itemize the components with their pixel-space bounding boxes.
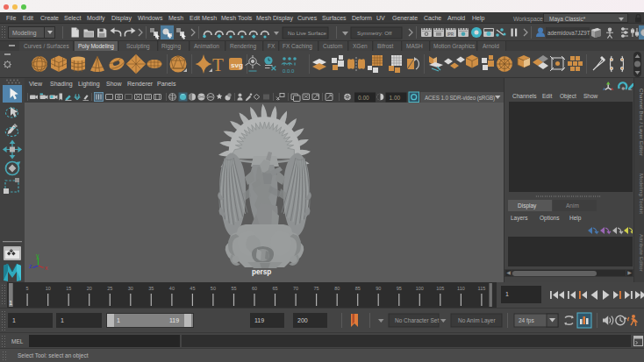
svg-text:1.00: 1.00 bbox=[390, 95, 401, 101]
svg-text:Symmetry: Off: Symmetry: Off bbox=[357, 30, 392, 36]
svg-text:25: 25 bbox=[107, 286, 112, 291]
svg-text:45: 45 bbox=[190, 286, 195, 291]
svg-text:No Anim Layer: No Anim Layer bbox=[458, 317, 496, 324]
svg-text:35: 35 bbox=[148, 286, 154, 291]
svg-text:100: 100 bbox=[416, 286, 424, 291]
svg-text:10: 10 bbox=[46, 286, 51, 291]
svg-text:y: y bbox=[36, 252, 39, 259]
svg-text:svg: svg bbox=[231, 61, 243, 69]
svg-text:95: 95 bbox=[397, 286, 402, 291]
svg-text:65: 65 bbox=[272, 286, 277, 291]
svg-text:0.00: 0.00 bbox=[358, 95, 369, 101]
svg-text:80: 80 bbox=[334, 286, 340, 291]
svg-text:105: 105 bbox=[436, 286, 444, 291]
svg-text:5: 5 bbox=[26, 286, 29, 291]
svg-text:60: 60 bbox=[252, 286, 257, 291]
svg-text:persp: persp bbox=[252, 268, 271, 276]
svg-text:No Character Set: No Character Set bbox=[395, 317, 439, 323]
svg-text:70: 70 bbox=[293, 286, 298, 291]
svg-text:ademidova7JZ9T: ademidova7JZ9T bbox=[547, 30, 590, 36]
svg-text:85: 85 bbox=[355, 286, 361, 291]
svg-text:75: 75 bbox=[314, 286, 319, 291]
svg-text:50: 50 bbox=[211, 286, 216, 291]
svg-text:1: 1 bbox=[10, 300, 13, 306]
svg-text:110: 110 bbox=[457, 286, 465, 291]
svg-text:90: 90 bbox=[376, 286, 381, 291]
svg-text:30: 30 bbox=[128, 286, 133, 291]
svg-text:T: T bbox=[212, 54, 224, 75]
svg-text:ACES 1.0 SDR-video (sRGB): ACES 1.0 SDR-video (sRGB) bbox=[425, 95, 495, 102]
svg-text:24 fps: 24 fps bbox=[519, 317, 534, 324]
svg-text:55: 55 bbox=[231, 286, 236, 291]
svg-text:x: x bbox=[45, 265, 48, 271]
svg-text:20: 20 bbox=[87, 286, 92, 291]
svg-text:z: z bbox=[29, 263, 32, 269]
svg-text:IPR: IPR bbox=[447, 32, 454, 37]
svg-text:0.0.0: 0.0.0 bbox=[283, 68, 295, 74]
svg-text:No Live Surface: No Live Surface bbox=[288, 30, 327, 36]
svg-text:40: 40 bbox=[169, 286, 175, 291]
svg-text:115: 115 bbox=[478, 286, 486, 291]
svg-text:15: 15 bbox=[66, 286, 71, 291]
